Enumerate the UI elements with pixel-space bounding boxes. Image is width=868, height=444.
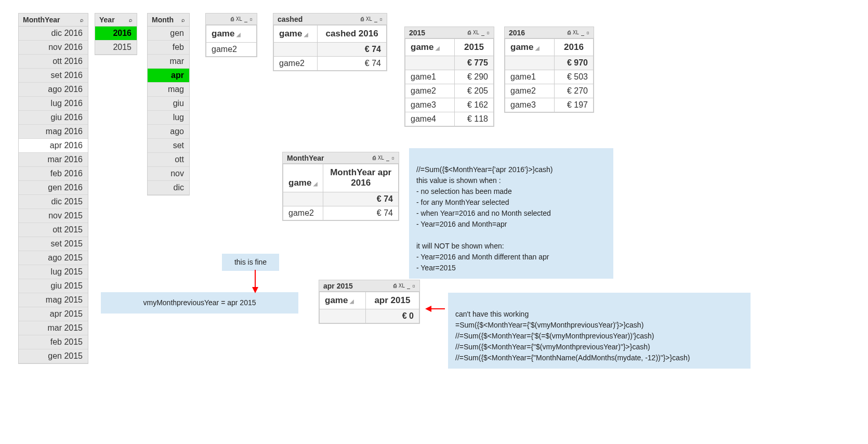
listbox-body: genfebmaraprmaggiulugagosetottnovdic — [148, 27, 189, 195]
listbox-item[interactable]: set 2015 — [19, 237, 88, 251]
listbox-item[interactable]: mag 2016 — [19, 125, 88, 139]
listbox-item[interactable]: nov — [148, 167, 189, 181]
listbox-item[interactable]: mar 2015 — [19, 321, 88, 335]
chart-2016[interactable]: 2016 ⎙ XL _ ▫ game◢2016€ 970game1€ 503ga… — [504, 27, 594, 113]
listbox-item[interactable]: 2016 — [95, 27, 137, 41]
listbox-item[interactable]: ago 2016 — [19, 83, 88, 97]
column-header-expr[interactable]: 2015 — [455, 39, 494, 56]
minimize-icon[interactable]: _ — [386, 155, 389, 161]
column-header-expr[interactable]: apr 2015 — [365, 292, 419, 309]
export-xl-icon[interactable]: XL — [399, 283, 405, 289]
column-header-game[interactable]: game◢ — [283, 164, 323, 192]
listbox-month[interactable]: Month ⌕ genfebmaraprmaggiulugagosetottno… — [147, 13, 190, 195]
chart-header: 2015 ⎙ XL _ ▫ — [405, 27, 494, 38]
listbox-item[interactable]: set 2016 — [19, 69, 88, 83]
search-icon[interactable]: ⌕ — [80, 17, 84, 23]
table-row[interactable]: game4€ 118 — [405, 112, 494, 126]
minimize-icon[interactable]: _ — [374, 16, 377, 22]
listbox-item[interactable]: giu — [148, 97, 189, 111]
listbox-item[interactable]: mag 2015 — [19, 293, 88, 307]
chart-cashed[interactable]: cashed ⎙ XL _ ▫ game◢ cashed 2016 € 74 g… — [273, 13, 387, 71]
column-header-expr[interactable]: 2016 — [555, 39, 594, 56]
print-icon[interactable]: ⎙ — [373, 155, 376, 161]
column-header-game[interactable]: game◢ — [405, 39, 455, 56]
table-row[interactable]: game1€ 290 — [405, 70, 494, 84]
listbox-item[interactable]: mar — [148, 55, 189, 69]
column-header-game[interactable]: game◢ — [320, 292, 366, 309]
listbox-item[interactable]: gen 2016 — [19, 181, 88, 195]
table-row[interactable]: game3€ 197 — [505, 98, 594, 112]
maximize-icon[interactable]: ▫ — [379, 16, 383, 22]
table-row[interactable]: game2€ 205 — [405, 84, 494, 98]
column-header-expr[interactable]: MonthYear apr 2016 — [323, 164, 399, 192]
listbox-item[interactable]: apr — [148, 69, 189, 83]
chart-toolbar: ⎙ XL _ ▫ — [468, 30, 490, 35]
print-icon[interactable]: ⎙ — [468, 30, 471, 35]
listbox-item[interactable]: feb — [148, 41, 189, 55]
listbox-item[interactable]: mag — [148, 83, 189, 97]
export-xl-icon[interactable]: XL — [378, 155, 384, 161]
table-row[interactable]: game2€ 270 — [505, 84, 594, 98]
listbox-item[interactable]: giu 2015 — [19, 279, 88, 293]
maximize-icon[interactable]: ▫ — [412, 283, 415, 289]
listbox-item[interactable]: set — [148, 139, 189, 153]
column-header-game[interactable]: game◢ — [274, 25, 318, 43]
textbox-note2: can't have this working =Sum({$<MonthYea… — [448, 293, 751, 369]
listbox-item[interactable]: 2015 — [95, 41, 137, 55]
listbox-item[interactable]: feb 2015 — [19, 335, 88, 349]
listbox-item[interactable]: feb 2016 — [19, 167, 88, 181]
listbox-item[interactable]: dic 2015 — [19, 195, 88, 209]
listbox-item[interactable]: mar 2016 — [19, 153, 88, 167]
column-header-expr[interactable]: cashed 2016 — [318, 25, 387, 43]
listbox-item[interactable]: nov 2015 — [19, 209, 88, 223]
minimize-icon[interactable]: _ — [407, 283, 410, 289]
listbox-item[interactable]: gen 2015 — [19, 349, 88, 363]
listbox-item[interactable]: ago 2015 — [19, 251, 88, 265]
table-row[interactable]: game1€ 503 — [505, 70, 594, 84]
table-row[interactable]: game3€ 162 — [405, 98, 494, 112]
table-row[interactable]: game2€ 74 — [283, 206, 399, 220]
chart-game-simple[interactable]: . ⎙ XL _ ▫ game◢ game2 — [205, 13, 257, 57]
chart-apr2015[interactable]: apr 2015 ⎙ XL _ ▫ game◢ apr 2015 € 0 — [319, 280, 420, 324]
maximize-icon[interactable]: ▫ — [486, 30, 490, 35]
listbox-item[interactable]: lug 2016 — [19, 97, 88, 111]
print-icon[interactable]: ⎙ — [393, 283, 397, 289]
listbox-item[interactable]: ott 2016 — [19, 55, 88, 69]
table-row[interactable]: game2€ 74 — [274, 57, 387, 71]
export-xl-icon[interactable]: XL — [366, 16, 372, 22]
column-header-game[interactable]: game◢ — [206, 25, 257, 43]
search-icon[interactable]: ⌕ — [181, 17, 185, 23]
listbox-item[interactable]: nov 2016 — [19, 41, 88, 55]
print-icon[interactable]: ⎙ — [361, 16, 364, 22]
export-xl-icon[interactable]: XL — [473, 30, 479, 35]
export-xl-icon[interactable]: XL — [573, 30, 579, 35]
listbox-year[interactable]: Year ⌕ 20162015 — [95, 13, 137, 55]
listbox-item[interactable]: giu 2016 — [19, 111, 88, 125]
minimize-icon[interactable]: _ — [481, 30, 484, 35]
maximize-icon[interactable]: ▫ — [586, 30, 589, 35]
table-row[interactable]: game2 — [206, 43, 257, 57]
chart-2015[interactable]: 2015 ⎙ XL _ ▫ game◢2015€ 775game1€ 290ga… — [404, 27, 494, 127]
listbox-item[interactable]: ott 2015 — [19, 223, 88, 237]
listbox-monthyear[interactable]: MonthYear ⌕ dic 2016nov 2016ott 2016set … — [18, 13, 88, 364]
export-xl-icon[interactable]: XL — [236, 16, 242, 22]
search-icon[interactable]: ⌕ — [129, 17, 133, 23]
listbox-item[interactable]: apr 2015 — [19, 307, 88, 321]
listbox-item[interactable]: lug — [148, 111, 189, 125]
arrow-down-icon — [252, 287, 258, 293]
listbox-item[interactable]: dic — [148, 181, 189, 195]
listbox-item[interactable]: lug 2015 — [19, 265, 88, 279]
listbox-item[interactable]: dic 2016 — [19, 27, 88, 41]
minimize-icon[interactable]: _ — [244, 16, 247, 22]
chart-monthyear[interactable]: MonthYear ⎙ XL _ ▫ game◢ MonthYear apr 2… — [282, 152, 399, 221]
listbox-item[interactable]: ott — [148, 153, 189, 167]
column-header-game[interactable]: game◢ — [505, 39, 555, 56]
listbox-item[interactable]: ago — [148, 125, 189, 139]
minimize-icon[interactable]: _ — [581, 30, 584, 35]
listbox-item[interactable]: apr 2016 — [19, 139, 88, 153]
print-icon[interactable]: ⎙ — [568, 30, 571, 35]
print-icon[interactable]: ⎙ — [231, 16, 234, 22]
maximize-icon[interactable]: ▫ — [391, 155, 394, 161]
listbox-item[interactable]: gen — [148, 27, 189, 41]
maximize-icon[interactable]: ▫ — [249, 16, 253, 22]
